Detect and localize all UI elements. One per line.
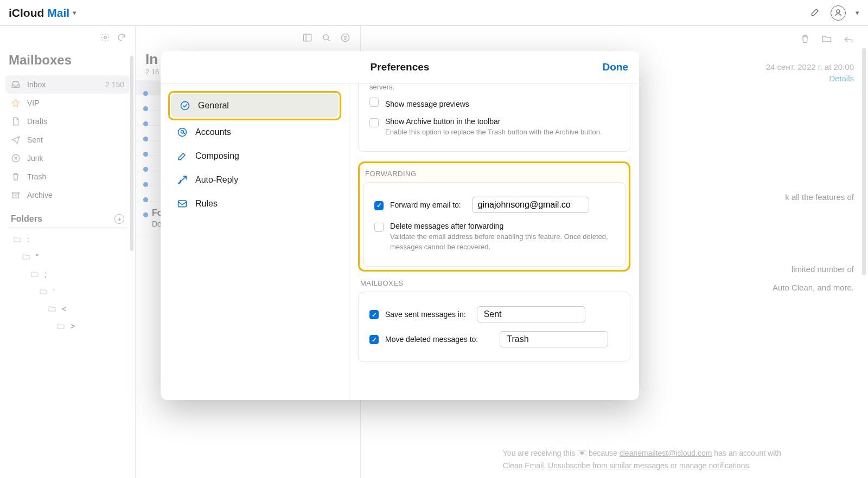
top-bar: iCloud Mail ▾ ▾ [0,0,868,26]
show-archive-label: Show Archive button in the toolbar [385,117,500,126]
remote-content-hint-tail: servers. [369,83,619,92]
sidebar-item-label: VIP [27,99,40,107]
delete-after-forward-checkbox[interactable] [374,223,384,232]
forward-email-input[interactable] [472,197,589,213]
sidebar-item-label: Sent [27,135,43,144]
show-archive-hint: Enable this option to replace the Trash … [385,127,619,137]
forwarding-highlight: Forwarding Forward my email to: Delete m… [358,162,630,271]
folder-item[interactable]: < [5,300,130,318]
brand-mail: Mail [47,7,69,20]
sidebar: Mailboxes Inbox 2 150 VIP Drafts Sent Ju… [0,26,136,478]
sidebar-scrollbar[interactable] [130,56,133,251]
nav-general[interactable]: General [171,94,339,118]
reply-icon[interactable] [843,34,854,46]
brand-cloud: iCloud [9,7,44,20]
delete-after-forward-label: Delete messages after forwarding [390,222,503,230]
compose-icon[interactable] [810,7,821,19]
move-deleted-checkbox[interactable] [369,335,379,344]
sidebar-item-junk[interactable]: Junk [5,149,130,167]
search-icon[interactable] [321,33,331,44]
svg-point-8 [178,128,187,137]
sidebar-item-archive[interactable]: Archive [5,186,130,204]
account-avatar[interactable] [831,5,846,21]
dialog-content: servers. Show message previews Show Arch… [349,83,639,400]
highlight-general: General [168,91,341,120]
footer-link[interactable]: Clean Email [503,461,544,470]
show-previews-checkbox[interactable] [369,98,379,107]
folder-item[interactable]: " [5,248,130,266]
refresh-icon[interactable] [117,33,126,44]
inbox-count: 2 150 [105,80,124,89]
folder-item[interactable]: ; [5,266,130,283]
svg-point-7 [181,102,189,110]
nav-composing[interactable]: Composing [168,144,341,168]
footer-link[interactable]: manage notifications [679,461,749,470]
message-footer: You are receiving this 💌 because cleanem… [503,447,852,471]
move-deleted-label: Move deleted messages to: [385,335,478,344]
folder-item[interactable]: : [5,231,130,248]
save-sent-label: Save sent messages in: [385,310,466,319]
nav-accounts[interactable]: Accounts [168,120,341,144]
sidebar-item-label: Archive [27,191,53,199]
mailboxes-section-label: Mailboxes [360,279,628,287]
dialog-title: Preferences [371,61,430,73]
sidebar-title: Mailboxes [5,48,130,75]
forward-checkbox[interactable] [374,201,384,210]
reader-scrollbar[interactable] [862,48,866,275]
svg-rect-10 [178,201,187,207]
done-button[interactable]: Done [603,61,629,73]
svg-point-6 [341,34,349,41]
gear-icon[interactable] [100,33,110,44]
svg-rect-4 [303,34,311,41]
unread-dot [143,212,148,217]
save-sent-select[interactable]: Sent [477,306,585,322]
sidebar-item-label: Drafts [27,117,47,126]
show-archive-checkbox[interactable] [369,118,379,127]
brand[interactable]: iCloud Mail ▾ [9,7,76,20]
nav-rules[interactable]: Rules [168,192,341,216]
show-previews-label: Show message previews [385,100,469,108]
svg-point-5 [323,35,329,40]
details-link[interactable]: Details [829,74,854,83]
folders-title: Folders [11,214,42,224]
sidebar-item-drafts[interactable]: Drafts [5,112,130,131]
sidebar-item-trash[interactable]: Trash [5,167,130,186]
footer-email-link[interactable]: cleanemailtest@icloud.com [620,449,712,457]
delete-after-forward-hint: Validate the email address before enabli… [390,232,614,251]
sidebar-item-vip[interactable]: VIP [5,94,130,112]
sidebar-item-label: Inbox [27,80,46,89]
svg-point-0 [837,10,840,13]
dialog-nav: General Accounts Composing Auto-Reply Ru… [161,83,349,400]
save-sent-checkbox[interactable] [369,310,379,319]
add-folder-button[interactable]: + [114,214,124,224]
folder-item[interactable]: > [5,318,130,335]
delete-icon[interactable] [800,34,810,46]
pane-toggle-icon[interactable] [302,33,312,44]
sidebar-item-inbox[interactable]: Inbox 2 150 [5,75,130,94]
svg-point-9 [181,131,184,133]
chevron-down-icon[interactable]: ▾ [73,9,76,17]
message-datetime: 24 сент. 2022 г. at 20:00 [766,62,854,72]
svg-point-1 [104,36,107,39]
move-deleted-select[interactable]: Trash [500,331,608,347]
sidebar-item-label: Junk [27,154,43,163]
footer-link[interactable]: Unsubscribe from similar messages [548,461,668,470]
preferences-dialog: Preferences Done General Accounts Compos… [161,51,639,400]
filter-icon[interactable] [340,33,350,44]
move-icon[interactable] [821,34,832,46]
forwarding-section-label: Forwarding [365,166,623,178]
nav-auto-reply[interactable]: Auto-Reply [168,168,341,192]
chevron-down-icon[interactable]: ▾ [856,9,859,17]
sidebar-item-sent[interactable]: Sent [5,131,130,149]
forward-label: Forward my email to: [390,201,461,209]
folder-item[interactable]: ' [5,283,130,300]
sidebar-item-label: Trash [27,172,46,181]
svg-rect-3 [12,192,19,194]
